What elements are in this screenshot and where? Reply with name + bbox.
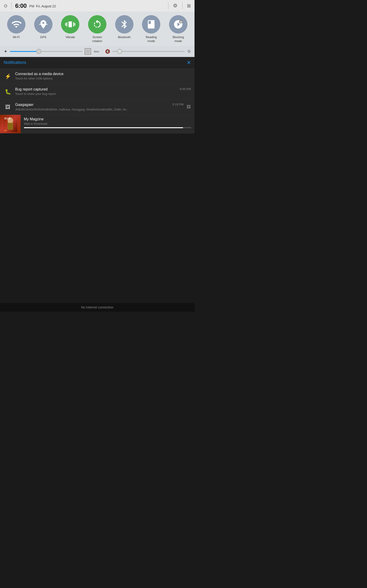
notification-magazine[interactable]: ELLE 604 My Magzine Wait to Download [0, 115, 194, 133]
magazine-thumbnail: ELLE 604 [0, 115, 21, 133]
main-dark-area [0, 133, 194, 267]
reading-mode-icon-circle [142, 15, 160, 34]
qs-vibrate[interactable]: Vibrate [61, 15, 79, 39]
brightness-low-icon: ✦ [4, 49, 8, 54]
volume-settings-icon[interactable]: ⚙ [187, 49, 191, 54]
blocking-mode-label: Blockingmode [173, 35, 184, 43]
auto-label: Auto [94, 50, 99, 53]
status-bar: ⊙ 6:00 PM Fri, August 22 ⚙ ⊞ [0, 0, 194, 11]
bug-row: Bug report captured 6:00 PM [15, 87, 191, 92]
svg-rect-12 [8, 123, 13, 130]
qs-reading-mode[interactable]: Readingmode [142, 15, 160, 43]
auto-brightness-toggle[interactable] [85, 48, 91, 55]
gaagagaer-title: Gaagagaer [15, 103, 33, 107]
screen-rotation-label: Screenrotation [92, 35, 102, 43]
svg-point-1 [43, 24, 44, 25]
bluetooth-svg [119, 19, 129, 29]
brightness-thumb[interactable] [36, 49, 41, 54]
brightness-fill [10, 51, 39, 52]
gps-label: GPS [40, 35, 46, 39]
qs-wifi[interactable]: Wi-Fi [7, 15, 25, 39]
controls-row: ✦ Auto 🔇 ⚙ [0, 46, 194, 57]
search-icon[interactable]: ⊙ [4, 3, 8, 9]
gaagagaer-extra: JhIBJBVJAAGARVAVAVABABAVA, Aadfvava, Gas… [15, 108, 153, 111]
magazine-subtitle: Wait to Download [24, 122, 191, 125]
gps-icon-circle [34, 15, 52, 34]
bottom-bar: No Internet connection [0, 303, 194, 312]
volume-mute-icon: 🔇 [105, 49, 110, 54]
screen-rotation-icon-circle [88, 15, 106, 34]
wifi-label: Wi-Fi [13, 35, 20, 39]
bug-title: Bug report captured [15, 87, 48, 91]
status-divider-3 [182, 2, 182, 9]
vibrate-svg [65, 19, 75, 29]
svg-text:ELLE: ELLE [4, 117, 10, 120]
wifi-icon-circle [7, 15, 25, 34]
notifications-title: Notifications [4, 60, 26, 65]
gaagagaer-content: Gaagagaer 5:19 PM JhIBJBVJAAGARVAVAVABAB… [15, 103, 184, 111]
reading-mode-label: Readingmode [146, 35, 157, 43]
usb-title: Connected as a media device [15, 72, 191, 76]
magazine-progress-fill [24, 127, 183, 128]
volume-slider-container[interactable] [112, 49, 185, 54]
status-time: 6:00 [15, 2, 27, 9]
quick-settings-panel: Wi-Fi GPS Vibrate [0, 11, 194, 46]
bug-content: Bug report captured 6:00 PM Touch to sha… [15, 87, 191, 95]
bluetooth-icon-circle [115, 15, 133, 34]
gaagagaer-image-icon: 🖼 [187, 104, 191, 109]
bug-icon: 🐛 [4, 88, 12, 96]
usb-content: Connected as a media device Touch for ot… [15, 72, 191, 80]
status-divider-2 [168, 2, 168, 9]
qs-bluetooth[interactable]: Bluetooth [115, 15, 133, 39]
volume-track [112, 51, 185, 52]
bug-time: 6:00 PM [180, 87, 191, 91]
gaagagaer-icon: 🖼 [4, 103, 12, 111]
volume-thumb[interactable] [117, 49, 122, 54]
screen-rotation-svg [92, 19, 102, 29]
gaagagaer-time: 5:19 PM [173, 103, 184, 106]
magazine-thumb-inner: ELLE 604 [0, 115, 21, 133]
notification-gaagagaer[interactable]: 🖼 Gaagagaer 5:19 PM JhIBJBVJAAGARVAVAVAB… [0, 99, 194, 115]
gaagagaer-row: Gaagagaer 5:19 PM [15, 103, 184, 107]
bug-subtitle: Touch to share your bug report [15, 92, 191, 95]
settings-icon[interactable]: ⚙ [173, 3, 177, 9]
blocking-mode-svg: ⏱ [173, 19, 183, 29]
brightness-slider-container[interactable] [10, 49, 82, 54]
notification-usb[interactable]: ⚡ Connected as a media device Touch for … [0, 69, 194, 84]
wifi-svg [11, 19, 21, 29]
svg-text:⏱: ⏱ [180, 21, 182, 24]
auto-icon-svg [86, 49, 90, 53]
notifications-header: Notifications ✕ [0, 57, 194, 69]
magazine-title: My Magzine [24, 117, 191, 121]
usb-subtitle: Touch for other USB options. [15, 77, 191, 80]
vibrate-label: Vibrate [66, 35, 75, 39]
magazine-content: My Magzine Wait to Download [21, 115, 194, 133]
notifications-close-button[interactable]: ✕ [187, 60, 191, 66]
qs-gps[interactable]: GPS [34, 15, 52, 39]
status-divider [11, 2, 11, 9]
vibrate-icon-circle [61, 15, 79, 34]
svg-text:604: 604 [4, 130, 7, 131]
svg-rect-8 [86, 50, 90, 53]
usb-icon: ⚡ [4, 72, 12, 81]
magazine-cover-svg: ELLE 604 [3, 116, 17, 132]
qs-screen-rotation[interactable]: Screenrotation [88, 15, 106, 43]
reading-mode-svg [146, 19, 156, 29]
no-internet-text: No Internet connection [81, 305, 114, 309]
status-date: Fri, August 22 [36, 4, 56, 8]
brightness-track [10, 51, 82, 52]
qs-blocking-mode[interactable]: ⏱ Blockingmode [169, 15, 187, 43]
grid-icon[interactable]: ⊞ [187, 3, 191, 9]
blocking-mode-icon-circle: ⏱ [169, 15, 187, 34]
bluetooth-label: Bluetooth [118, 35, 131, 39]
magazine-progress-track [24, 127, 191, 128]
gps-svg [38, 19, 48, 29]
status-right-icons: ⚙ ⊞ [166, 2, 191, 9]
notification-bug[interactable]: 🐛 Bug report captured 6:00 PM Touch to s… [0, 84, 194, 99]
status-ampm: PM [29, 4, 34, 8]
